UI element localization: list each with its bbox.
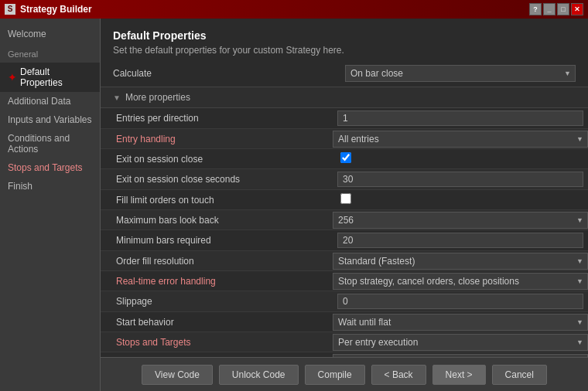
app-icon: S [5,4,15,15]
app-title: Strategy Builder [20,4,92,15]
prop-label-min-bars: Minimum bars required [101,232,333,249]
prop-label-realtime-error: Real-time error handling [101,273,333,290]
table-row: Exit on session close seconds [101,169,588,190]
time-in-force-select[interactable]: GTC Day [333,354,588,358]
slippage-input[interactable] [337,294,583,309]
selected-indicator: ✦ [8,71,17,83]
prop-label-slippage: Slippage [101,293,333,310]
footer: View Code Unlock Code Compile < Back Nex… [101,357,588,391]
properties-table: Entries per direction Entry handling All… [101,108,588,357]
prop-label-entry-handling: Entry handling [101,131,333,148]
exit-session-seconds-input[interactable] [337,172,583,187]
max-bars-select-wrapper: 256 512 1024 [333,212,588,229]
table-row: Exit on session close [101,149,588,169]
back-button[interactable]: < Back [371,365,426,385]
min-bars-input[interactable] [337,233,583,248]
sidebar-item-stops-targets[interactable]: Stops and Targets [0,158,100,177]
content-area: Default Properties Set the default prope… [101,19,588,391]
table-row: Fill limit orders on touch [101,190,588,210]
prop-label-order-fill: Order fill resolution [101,253,333,270]
prop-value-slippage [333,291,588,311]
close-button[interactable]: ✕ [571,3,583,15]
stops-targets-select[interactable]: Per entry execution Per position [333,334,588,351]
table-row: Order fill resolution Standard (Fastest)… [101,251,588,271]
realtime-error-select[interactable]: Stop strategy, cancel orders, close posi… [333,273,588,290]
realtime-error-select-wrapper: Stop strategy, cancel orders, close posi… [333,273,588,290]
calculate-select[interactable]: On bar close On each tick [345,65,576,82]
sidebar-item-additional-data[interactable]: Additional Data [0,92,100,110]
compile-button[interactable]: Compile [305,365,365,385]
page-title: Default Properties [113,29,576,42]
prop-value-entries-per-direction [333,108,588,128]
start-behavior-select-wrapper: Wait until flat Immediately [333,314,588,331]
sidebar-item-conditions-actions[interactable]: Conditions and Actions [0,129,100,158]
sidebar-section-general: General [0,43,100,63]
calculate-select-wrapper: On bar close On each tick [345,65,576,82]
prop-value-min-bars [333,230,588,250]
prop-label-exit-session-close: Exit on session close [101,151,333,168]
content-header: Default Properties Set the default prope… [101,19,588,60]
prop-label-start-behavior: Start behavior [101,314,333,331]
title-bar: S Strategy Builder ? _ □ ✕ [0,0,588,19]
collapse-icon: ▼ [113,94,121,102]
page-subtitle: Set the default properties for your cust… [113,45,576,56]
more-properties-label: More properties [125,92,190,103]
table-row: Entry handling All entries First entry [101,129,588,149]
prop-value-fill-limit-orders [333,191,588,209]
exit-session-close-checkbox[interactable] [340,152,351,163]
table-row: Slippage [101,291,588,312]
prop-label-entries-per-direction: Entries per direction [101,110,333,127]
cancel-button[interactable]: Cancel [492,365,547,385]
table-row: Start behavior Wait until flat Immediate… [101,312,588,332]
sidebar-item-welcome[interactable]: Welcome [0,25,100,43]
fill-limit-orders-checkbox[interactable] [340,193,351,204]
next-button[interactable]: Next > [432,365,486,385]
table-row: Entries per direction [101,108,588,129]
sidebar-item-finish[interactable]: Finish [0,177,100,196]
stops-targets-select-wrapper: Per entry execution Per position [333,334,588,351]
entry-handling-select-wrapper: All entries First entry [333,131,588,148]
order-fill-select-wrapper: Standard (Fastest) High [333,253,588,270]
window-controls: ? _ □ ✕ [529,3,583,15]
prop-label-fill-limit-orders: Fill limit orders on touch [101,192,333,209]
maximize-button[interactable]: □ [557,3,569,15]
calculate-row: Calculate On bar close On each tick [101,60,588,87]
more-properties-header[interactable]: ▼ More properties [101,87,588,108]
prop-label-stops-targets: Stops and Targets [101,334,333,351]
sidebar-item-default-properties[interactable]: ✦ Default Properties [0,63,100,92]
entry-handling-select[interactable]: All entries First entry [333,131,588,148]
minimize-button[interactable]: _ [543,3,556,15]
sidebar-item-inputs-variables[interactable]: Inputs and Variables [0,110,100,129]
order-fill-select[interactable]: Standard (Fastest) High [333,253,588,270]
max-bars-select[interactable]: 256 512 1024 [333,212,588,229]
main-container: Welcome General ✦ Default Properties Add… [0,19,588,391]
prop-value-exit-session-close [333,150,588,168]
prop-value-exit-session-seconds [333,169,588,189]
calculate-label: Calculate [113,68,345,79]
table-row: Stops and Targets Per entry execution Pe… [101,332,588,352]
entries-per-direction-input[interactable] [337,110,583,126]
table-row: Minimum bars required [101,230,588,251]
prop-label-exit-session-seconds: Exit on session close seconds [101,171,333,188]
sidebar: Welcome General ✦ Default Properties Add… [0,19,101,391]
table-row: Maximum bars look back 256 512 1024 [101,210,588,230]
prop-label-max-bars: Maximum bars look back [101,212,333,229]
time-in-force-select-wrapper: GTC Day [333,354,588,358]
help-button[interactable]: ? [529,3,542,15]
start-behavior-select[interactable]: Wait until flat Immediately [333,314,588,331]
view-code-button[interactable]: View Code [142,365,213,385]
table-row: Real-time error handling Stop strategy, … [101,271,588,291]
unlock-code-button[interactable]: Unlock Code [219,365,299,385]
